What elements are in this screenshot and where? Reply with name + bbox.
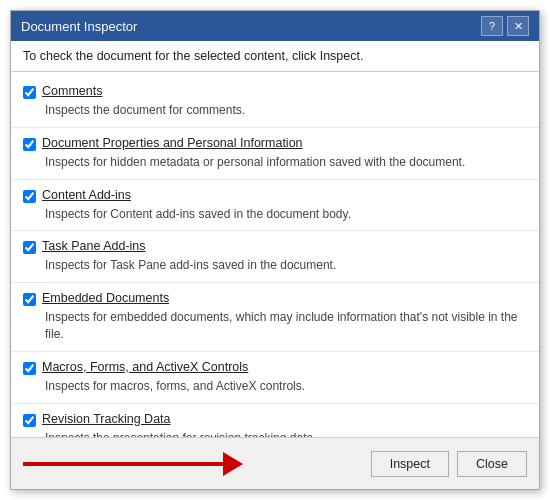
inspect-arrow xyxy=(23,452,243,476)
inspect-item: CommentsInspects the document for commen… xyxy=(11,76,539,128)
inspect-item: Macros, Forms, and ActiveX ControlsInspe… xyxy=(11,352,539,404)
inspect-item-title: Embedded Documents xyxy=(42,291,169,305)
inspect-item-checkbox-macros[interactable] xyxy=(23,362,36,375)
title-bar-controls: ? ✕ xyxy=(481,16,529,36)
items-scroll-area[interactable]: CommentsInspects the document for commen… xyxy=(11,72,539,437)
inspect-item-desc: Inspects for Task Pane add-ins saved in … xyxy=(45,257,527,274)
title-bar: Document Inspector ? ✕ xyxy=(11,11,539,41)
inspect-item-desc: Inspects for hidden metadata or personal… xyxy=(45,154,527,171)
inspect-item-desc: Inspects for Content add-ins saved in th… xyxy=(45,206,527,223)
inspect-item-desc: Inspects for macros, forms, and ActiveX … xyxy=(45,378,527,395)
inspect-item: Document Properties and Personal Informa… xyxy=(11,128,539,180)
inspect-item-checkbox-taskpane-addins[interactable] xyxy=(23,241,36,254)
inspect-item-checkbox-revision-tracking[interactable] xyxy=(23,414,36,427)
inspect-item: Embedded DocumentsInspects for embedded … xyxy=(11,283,539,352)
dialog-close-button[interactable]: ✕ xyxy=(507,16,529,36)
inspect-item-title: Revision Tracking Data xyxy=(42,412,171,426)
inspect-item-checkbox-comments[interactable] xyxy=(23,86,36,99)
arrow-line xyxy=(23,462,223,466)
inspect-item-title: Task Pane Add-ins xyxy=(42,239,146,253)
dialog-title: Document Inspector xyxy=(21,19,137,34)
inspect-item: Revision Tracking DataInspects the prese… xyxy=(11,404,539,437)
inspect-item-checkbox-embedded-docs[interactable] xyxy=(23,293,36,306)
inspect-item-title: Document Properties and Personal Informa… xyxy=(42,136,303,150)
inspect-item-desc: Inspects for embedded documents, which m… xyxy=(45,309,527,343)
inspect-item: Content Add-insInspects for Content add-… xyxy=(11,180,539,232)
inspect-item-header: Comments xyxy=(23,84,527,99)
inspect-item-header: Content Add-ins xyxy=(23,188,527,203)
inspect-item-header: Document Properties and Personal Informa… xyxy=(23,136,527,151)
inspect-item-desc: Inspects the document for comments. xyxy=(45,102,527,119)
arrow-container xyxy=(23,452,363,476)
inspect-item-title: Macros, Forms, and ActiveX Controls xyxy=(42,360,248,374)
arrow-head xyxy=(223,452,243,476)
inspect-item-checkbox-content-addins[interactable] xyxy=(23,190,36,203)
inspect-item-header: Macros, Forms, and ActiveX Controls xyxy=(23,360,527,375)
inspect-item-title: Comments xyxy=(42,84,102,98)
inspect-item-header: Task Pane Add-ins xyxy=(23,239,527,254)
instruction-text: To check the document for the selected c… xyxy=(11,41,539,72)
help-button[interactable]: ? xyxy=(481,16,503,36)
inspect-button[interactable]: Inspect xyxy=(371,451,449,477)
dialog-body: CommentsInspects the document for commen… xyxy=(11,72,539,437)
inspect-item-title: Content Add-ins xyxy=(42,188,131,202)
inspect-item-header: Embedded Documents xyxy=(23,291,527,306)
close-button[interactable]: Close xyxy=(457,451,527,477)
inspect-item: Task Pane Add-insInspects for Task Pane … xyxy=(11,231,539,283)
inspect-item-header: Revision Tracking Data xyxy=(23,412,527,427)
dialog-footer: Inspect Close xyxy=(11,437,539,489)
inspect-item-checkbox-doc-properties[interactable] xyxy=(23,138,36,151)
inspect-item-desc: Inspects the presentation for revision t… xyxy=(45,430,527,437)
document-inspector-dialog: Document Inspector ? ✕ To check the docu… xyxy=(10,10,540,490)
